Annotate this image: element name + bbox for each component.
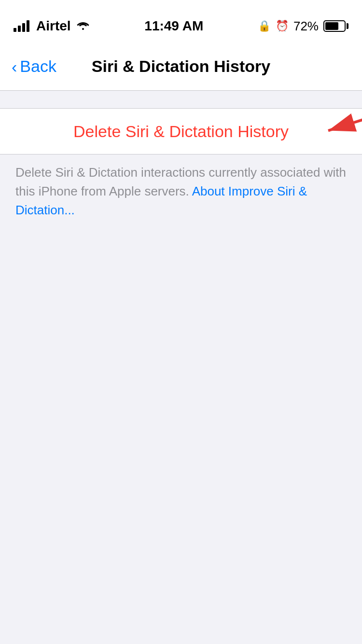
page-title: Siri & Dictation History [92, 57, 270, 76]
status-bar-left: Airtel [14, 18, 90, 34]
status-bar: Airtel 11:49 AM 🔒 ⏰ 72% [0, 0, 362, 42]
battery-percentage: 72% [293, 19, 319, 34]
section-gap [0, 91, 362, 108]
back-chevron-icon: ‹ [12, 58, 17, 75]
description-section: Delete Siri & Dictation interactions cur… [0, 154, 362, 220]
battery-icon [323, 20, 348, 32]
svg-line-1 [328, 119, 362, 131]
page-background [0, 220, 362, 558]
back-button-label: Back [20, 57, 56, 76]
carrier-name: Airtel [36, 18, 71, 34]
alarm-icon: ⏰ [276, 20, 289, 32]
lock-icon: 🔒 [258, 20, 271, 32]
signal-bars-icon [14, 20, 29, 32]
navigation-bar: ‹ Back Siri & Dictation History [0, 42, 362, 91]
back-button[interactable]: ‹ Back [12, 57, 56, 76]
delete-history-button[interactable]: Delete Siri & Dictation History [73, 122, 289, 141]
annotation-arrow [290, 110, 362, 146]
status-time: 11:49 AM [144, 18, 203, 34]
status-bar-right: 🔒 ⏰ 72% [258, 19, 348, 34]
delete-history-cell[interactable]: Delete Siri & Dictation History [0, 108, 362, 154]
description-text: Delete Siri & Dictation interactions cur… [15, 163, 347, 220]
wifi-icon [76, 19, 90, 34]
